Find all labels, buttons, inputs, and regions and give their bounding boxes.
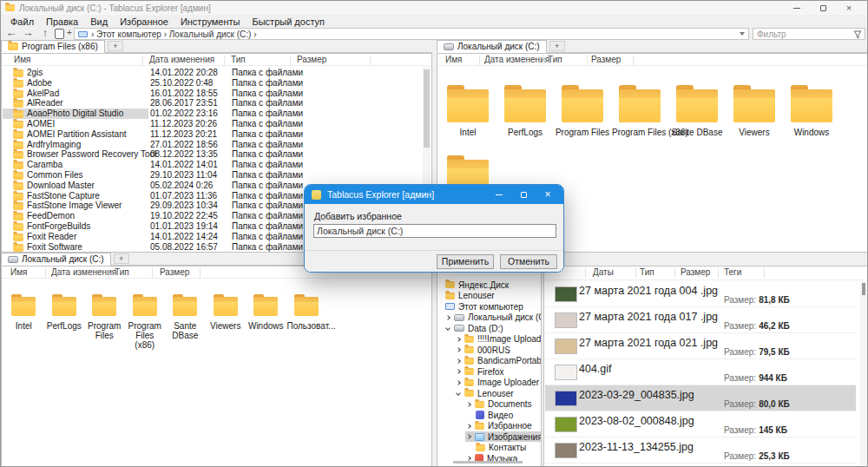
column-header[interactable]: Размер — [591, 55, 621, 64]
column-separator[interactable] — [635, 268, 636, 278]
folder-item[interactable]: Windows — [783, 66, 840, 153]
column-header[interactable]: Даты — [593, 267, 614, 277]
menu-item-1[interactable]: Правка — [40, 16, 84, 27]
column-separator[interactable] — [718, 268, 719, 278]
column-separator[interactable] — [587, 56, 588, 65]
tree-item[interactable]: Firefox — [437, 366, 541, 378]
new-tab-icon[interactable] — [55, 29, 64, 39]
folder-item[interactable]: PerfLogs — [496, 66, 554, 153]
tree-item[interactable]: Image Uploader injob — [437, 378, 541, 389]
tree-item[interactable]: Локальный диск (C:) — [437, 312, 541, 324]
tree-item[interactable]: Изображения — [437, 431, 541, 443]
tree-item[interactable]: Контакты — [437, 443, 541, 454]
folder-item[interactable]: Program Files — [554, 66, 611, 153]
tree-item[interactable]: Lenouser — [437, 388, 541, 399]
menu-item-2[interactable]: Вид — [84, 16, 114, 27]
folder-item[interactable]: Viewers — [726, 66, 783, 153]
expand-icon[interactable] — [466, 424, 471, 429]
tree-item[interactable]: !!!!Image Uploader Nig — [437, 334, 541, 345]
cancel-button[interactable]: Отменить — [500, 254, 557, 269]
tree-item[interactable]: Этот компьютер — [437, 301, 541, 312]
tab-local-disk-c[interactable]: Локальный диск (C:) — [1, 253, 111, 266]
folder-item[interactable]: Sante DBase — [668, 66, 726, 153]
column-header[interactable]: Имя — [10, 267, 27, 277]
file-row[interactable]: 2023-08-02_000848.jpgРазмер:145 КБ — [545, 411, 856, 437]
back-icon[interactable]: ← — [4, 26, 18, 39]
column-header[interactable]: Размер — [160, 267, 189, 277]
column-separator[interactable] — [543, 56, 544, 65]
column-separator[interactable] — [290, 56, 291, 65]
new-tab-button[interactable]: + — [114, 253, 129, 264]
file-row[interactable]: Adobe25.10.2022 0:48Папка с файлами — [3, 78, 422, 89]
maximize-button[interactable] — [810, 1, 836, 15]
address-bar[interactable]: › Этот компьютер › Локальный диск (C:) › — [74, 28, 749, 40]
folder-item[interactable]: Intel — [439, 66, 496, 153]
column-header[interactable]: Размер — [297, 55, 326, 64]
favorite-name-input[interactable] — [313, 224, 556, 238]
file-row[interactable]: ArdfryImaging27.01.2022 18:56Папка с фай… — [3, 140, 422, 150]
column-separator[interactable] — [674, 268, 675, 278]
expand-icon[interactable] — [445, 315, 450, 320]
folder-item[interactable]: Program Files — [84, 279, 125, 344]
expand-icon[interactable] — [456, 380, 461, 385]
filter-input[interactable] — [757, 29, 851, 39]
file-row[interactable]: AkelPad16.01.2022 18:55Папка с файлами — [3, 89, 422, 99]
expand-icon[interactable] — [456, 337, 461, 342]
expand-icon[interactable] — [466, 434, 471, 439]
folder-item[interactable]: Viewers — [206, 279, 247, 344]
column-header[interactable]: Дата изменения — [149, 55, 214, 64]
tree-item[interactable]: Documents — [437, 399, 541, 411]
folder-item[interactable]: Пользоват... — [286, 279, 327, 344]
folder-item[interactable]: Intel — [3, 279, 44, 344]
column-header[interactable]: Размер — [681, 267, 710, 277]
apply-button[interactable]: Применить — [437, 254, 494, 269]
column-header[interactable]: Тип — [231, 55, 246, 64]
tab-program-files-x86[interactable]: Program Files (x86) — [1, 40, 105, 53]
column-header[interactable]: Дата изменения — [51, 267, 116, 277]
expand-icon[interactable] — [456, 391, 461, 396]
column-header[interactable]: Дата изменения — [484, 55, 549, 64]
tab-local-disk-c[interactable]: Локальный диск (C:) — [437, 40, 547, 53]
file-row[interactable]: Browser Password Recovery Tool08.12.2022… — [3, 149, 422, 160]
column-header[interactable]: Имя — [445, 55, 462, 64]
dialog-maximize-button[interactable] — [511, 185, 536, 204]
file-row[interactable]: AOMEI11.12.2023 20:26Папка с файлами — [3, 119, 422, 129]
column-separator[interactable] — [479, 56, 480, 65]
menu-item-4[interactable]: Инструменты — [174, 16, 247, 27]
column-separator[interactable] — [108, 268, 109, 278]
file-row[interactable]: 27 марта 2021 года 004 .jpgРазмер:81,8 К… — [545, 281, 856, 307]
column-separator[interactable] — [585, 268, 586, 278]
column-separator[interactable] — [152, 268, 153, 278]
folder-item[interactable]: Sante DBase — [165, 279, 206, 344]
scrollbar-track[interactable] — [860, 281, 867, 465]
column-header[interactable]: Теги — [724, 267, 741, 277]
folder-item[interactable]: Windows — [246, 279, 286, 344]
file-row[interactable]: AlReader28.06.2017 23:51Папка с файлами — [3, 98, 422, 109]
expand-icon[interactable] — [456, 358, 461, 364]
tree-item[interactable]: Видео — [437, 410, 541, 421]
column-header[interactable]: Тип — [640, 267, 654, 277]
scrollbar-thumb[interactable] — [862, 283, 865, 295]
menu-item-5[interactable]: Быстрый доступ — [246, 16, 331, 27]
file-row[interactable]: 2023-11-13_134255.jpgРазмер:25,3 КБ — [545, 437, 856, 464]
menu-item-3[interactable]: Избранное — [114, 16, 174, 27]
tree-item[interactable]: Data (D:) — [437, 323, 541, 334]
dialog-titlebar[interactable]: Tablacus Explorer [админ] × — [305, 185, 563, 204]
close-button[interactable]: × — [836, 1, 862, 15]
new-tab-button[interactable]: + — [549, 41, 565, 51]
minimize-button[interactable] — [784, 1, 810, 15]
file-row[interactable]: Common Files29.10.2023 11:04Папка с файл… — [3, 170, 422, 181]
file-row[interactable]: 404.gifРазмер:944 КБ — [545, 359, 856, 385]
tree-item[interactable]: BandicamPortable — [437, 356, 541, 367]
folder-item[interactable]: PerfLogs — [44, 279, 85, 344]
file-row[interactable]: 27 марта 2021 года 021 .jpgРазмер:79,5 К… — [545, 333, 856, 359]
chevron-down-icon[interactable] — [740, 32, 745, 36]
expand-icon[interactable] — [456, 347, 461, 352]
column-separator[interactable] — [370, 56, 371, 65]
menu-item-0[interactable]: Файл — [4, 16, 40, 27]
file-row[interactable]: 2gis14.01.2022 20:28Папка с файлами — [3, 68, 422, 78]
dialog-minimize-button[interactable] — [487, 185, 511, 204]
file-row[interactable]: AOMEI Partition Assistant11.12.2023 20:2… — [3, 129, 422, 140]
tree-item[interactable]: 000RUS — [437, 345, 541, 356]
expand-icon[interactable] — [466, 402, 471, 407]
